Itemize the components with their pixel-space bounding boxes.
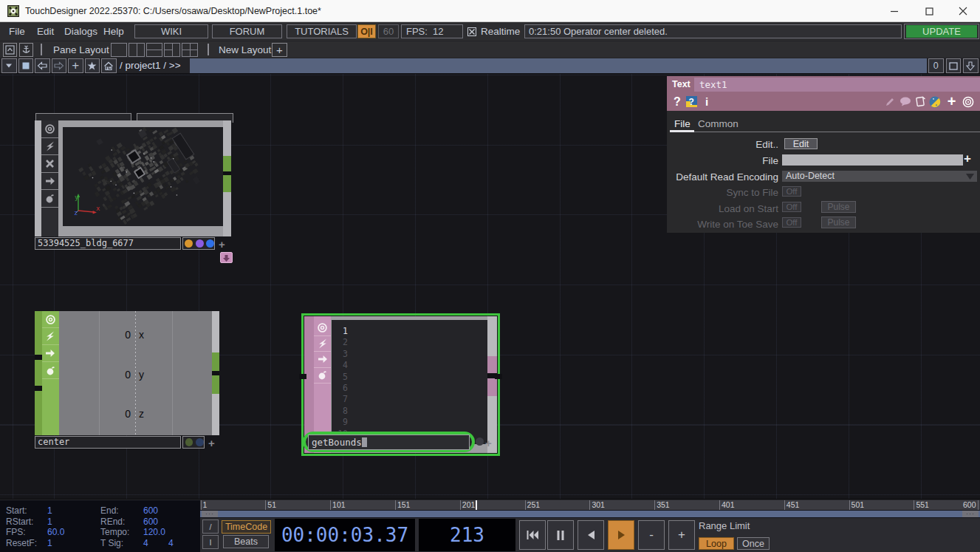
target-icon[interactable] bbox=[962, 92, 974, 111]
timeline-setting-value[interactable]: 1 bbox=[47, 505, 52, 516]
layout-two-rows-button[interactable] bbox=[146, 43, 162, 57]
pulse-button[interactable]: Pulse bbox=[821, 201, 856, 213]
lock-flag-icon[interactable] bbox=[314, 368, 331, 384]
node-expand-button[interactable] bbox=[220, 252, 233, 263]
output-connector[interactable] bbox=[223, 175, 231, 192]
pause-button[interactable] bbox=[547, 520, 574, 550]
file-input[interactable] bbox=[782, 154, 963, 166]
network-collapse-button[interactable] bbox=[963, 58, 979, 73]
output-connector[interactable] bbox=[487, 378, 497, 396]
export-flag-icon[interactable] bbox=[42, 345, 60, 362]
node-name-chop[interactable]: center bbox=[35, 436, 181, 449]
cook-flag-icon[interactable] bbox=[314, 336, 331, 352]
dat-text-preview[interactable]: 12345678910 bbox=[332, 320, 487, 444]
network-back-button[interactable] bbox=[35, 58, 50, 73]
once-button[interactable]: Once bbox=[737, 537, 770, 550]
help-icon[interactable]: ? bbox=[671, 92, 683, 111]
timeline-scrollbar[interactable] bbox=[200, 511, 980, 517]
independent-time-button[interactable]: / bbox=[202, 519, 219, 534]
scrollbar-right-handle[interactable]: ··· bbox=[962, 511, 979, 517]
viewer-flag-icon[interactable] bbox=[41, 120, 58, 138]
timeline-ruler[interactable]: 151101151201251301351401451501551600 bbox=[200, 500, 980, 510]
pulse-button[interactable]: Pulse bbox=[821, 217, 856, 228]
node-viewport[interactable]: y x z bbox=[63, 127, 223, 226]
layout-left-split-button[interactable] bbox=[164, 43, 180, 57]
timeline-setting-value[interactable]: 4 bbox=[143, 538, 148, 548]
menu-help[interactable]: Help bbox=[103, 22, 124, 41]
timeline-setting-value[interactable]: 120.0 bbox=[143, 527, 165, 537]
playhead[interactable] bbox=[476, 500, 477, 510]
output-connector[interactable] bbox=[212, 352, 219, 371]
forum-button[interactable]: FORUM bbox=[212, 24, 282, 38]
layout-two-columns-button[interactable] bbox=[129, 43, 145, 57]
layout-grid-button[interactable] bbox=[182, 43, 198, 57]
timeline-setting-value[interactable]: 60.0 bbox=[47, 527, 64, 537]
new-layout-button[interactable]: + bbox=[272, 43, 287, 57]
export-flag-icon[interactable] bbox=[41, 173, 58, 191]
viewer-flag-icon[interactable] bbox=[314, 320, 331, 336]
menu-edit[interactable]: Edit bbox=[37, 22, 54, 41]
bypass-flag-icon[interactable] bbox=[41, 155, 58, 173]
play-reverse-button[interactable] bbox=[578, 520, 604, 550]
node-chop-center[interactable]: 0x 0y 0z bbox=[35, 311, 219, 435]
purple-flag[interactable] bbox=[196, 239, 204, 248]
anchor-pane-button[interactable] bbox=[19, 43, 33, 57]
python-help-icon[interactable]: ? bbox=[685, 92, 698, 111]
comment-icon[interactable] bbox=[899, 92, 911, 111]
realtime-checkbox[interactable] bbox=[467, 27, 476, 36]
tab-common[interactable]: Common bbox=[698, 118, 739, 129]
info-icon[interactable]: i bbox=[702, 92, 711, 111]
lock-flag-icon[interactable] bbox=[41, 190, 58, 208]
blue-flag[interactable] bbox=[196, 438, 204, 446]
param-label[interactable]: File bbox=[762, 155, 778, 166]
beats-mode-button[interactable]: Beats bbox=[223, 535, 269, 548]
layout-single-button[interactable] bbox=[111, 43, 127, 57]
viewer-flag-icon[interactable] bbox=[42, 311, 60, 328]
play-button[interactable] bbox=[608, 520, 634, 550]
step-forward-button[interactable]: + bbox=[668, 520, 695, 550]
wiki-button[interactable]: WIKI bbox=[134, 24, 208, 38]
python-icon[interactable] bbox=[928, 92, 942, 111]
node-add-flag-button[interactable]: + bbox=[485, 437, 492, 449]
timecode-mode-button[interactable]: TimeCode bbox=[222, 520, 271, 534]
add-parameter-icon[interactable]: + bbox=[945, 92, 958, 111]
timeline-setting-value[interactable]: 1 bbox=[47, 517, 52, 527]
network-forward-button[interactable] bbox=[52, 58, 67, 73]
step-back-button[interactable]: - bbox=[638, 520, 665, 550]
param-label[interactable]: Sync to File bbox=[726, 187, 778, 198]
network-overview-button[interactable] bbox=[946, 58, 962, 73]
orange-flag[interactable] bbox=[185, 239, 193, 248]
cook-flag-icon[interactable] bbox=[42, 328, 60, 345]
timeline-setting-value[interactable]: 4 bbox=[168, 538, 174, 548]
timeline-setting-value[interactable]: 1 bbox=[47, 538, 52, 548]
toggle-off[interactable]: Off bbox=[782, 202, 801, 212]
fps-field[interactable]: FPS: 12 bbox=[401, 24, 463, 38]
loop-button[interactable]: Loop bbox=[699, 537, 734, 550]
lock-flag-icon[interactable] bbox=[42, 362, 60, 379]
network-add-button[interactable]: + bbox=[68, 58, 83, 73]
param-label[interactable]: Write on Toe Save bbox=[697, 219, 778, 230]
skip-to-start-button[interactable] bbox=[519, 520, 546, 550]
output-connector[interactable] bbox=[223, 156, 231, 171]
operator-name-field[interactable]: text1 bbox=[694, 78, 980, 92]
toggle-off[interactable]: Off bbox=[782, 186, 801, 197]
tab-file[interactable]: File bbox=[674, 118, 691, 129]
param-label[interactable]: Default Read Encoding bbox=[676, 171, 778, 183]
network-children-count[interactable]: 0 bbox=[928, 58, 944, 73]
output-connector[interactable] bbox=[487, 356, 497, 373]
node-add-flag-button[interactable]: + bbox=[219, 239, 225, 250]
pencil-icon[interactable] bbox=[884, 92, 896, 111]
node-add-flag-button[interactable]: + bbox=[208, 437, 215, 449]
menu-file[interactable]: File bbox=[9, 22, 25, 41]
network-path-field[interactable] bbox=[190, 58, 927, 73]
export-flag-icon[interactable] bbox=[314, 352, 331, 368]
integer-frame-button[interactable]: I bbox=[202, 535, 219, 549]
blue-flag[interactable] bbox=[206, 239, 214, 248]
maximize-pane-button[interactable] bbox=[3, 43, 17, 57]
network-dropdown-button[interactable] bbox=[1, 58, 17, 73]
node-geometry-bldg[interactable]: y x z bbox=[35, 120, 231, 236]
cook-rate-button[interactable]: 60 bbox=[378, 24, 399, 38]
dim-color-flag[interactable] bbox=[476, 437, 484, 446]
minimize-button[interactable] bbox=[877, 0, 911, 22]
network-stop-button[interactable] bbox=[18, 58, 34, 73]
